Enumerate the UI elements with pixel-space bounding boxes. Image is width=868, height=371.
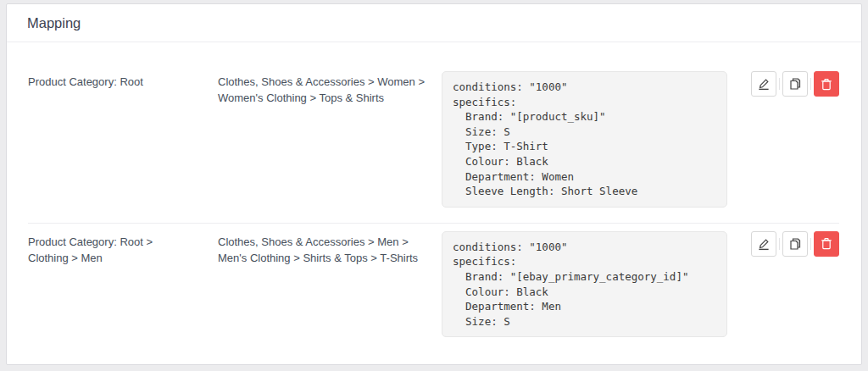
pencil-icon xyxy=(757,77,771,91)
edit-button[interactable] xyxy=(751,71,776,97)
product-category-path: Product Category: Root > Clothing > Men xyxy=(28,231,194,266)
copy-button[interactable] xyxy=(782,231,808,257)
delete-button[interactable] xyxy=(814,71,839,97)
duplicate-icon xyxy=(788,237,802,251)
mapping-card: Mapping Product Category: Root Clothes, … xyxy=(6,3,862,365)
trash-icon xyxy=(821,237,832,250)
mapping-specifics-code: conditions: "1000" specifics: Brand: "[p… xyxy=(442,71,727,208)
mapping-row: Product Category: Root Clothes, Shoes & … xyxy=(28,47,839,208)
ebay-category-path: Clothes, Shoes & Accessories > Men > Men… xyxy=(218,231,431,266)
button-divider xyxy=(810,78,811,90)
ebay-category-path: Clothes, Shoes & Accessories > Women > W… xyxy=(218,71,431,106)
edit-button[interactable] xyxy=(751,231,776,257)
pencil-icon xyxy=(757,237,771,251)
button-divider xyxy=(779,238,780,250)
trash-icon xyxy=(821,78,832,91)
page-title: Mapping xyxy=(27,15,841,31)
row-actions xyxy=(751,231,839,257)
row-actions xyxy=(751,71,839,97)
button-divider xyxy=(779,78,780,90)
card-header: Mapping xyxy=(7,4,861,42)
mapping-specifics-code: conditions: "1000" specifics: Brand: "[e… xyxy=(442,231,727,338)
button-divider xyxy=(810,238,811,250)
product-category-path: Product Category: Root xyxy=(28,71,194,90)
duplicate-icon xyxy=(788,77,802,91)
mapping-row: Product Category: Root > Clothing > Men … xyxy=(28,223,839,338)
mapping-rows: Product Category: Root Clothes, Shoes & … xyxy=(7,42,861,337)
copy-button[interactable] xyxy=(782,71,808,97)
delete-button[interactable] xyxy=(814,231,839,257)
